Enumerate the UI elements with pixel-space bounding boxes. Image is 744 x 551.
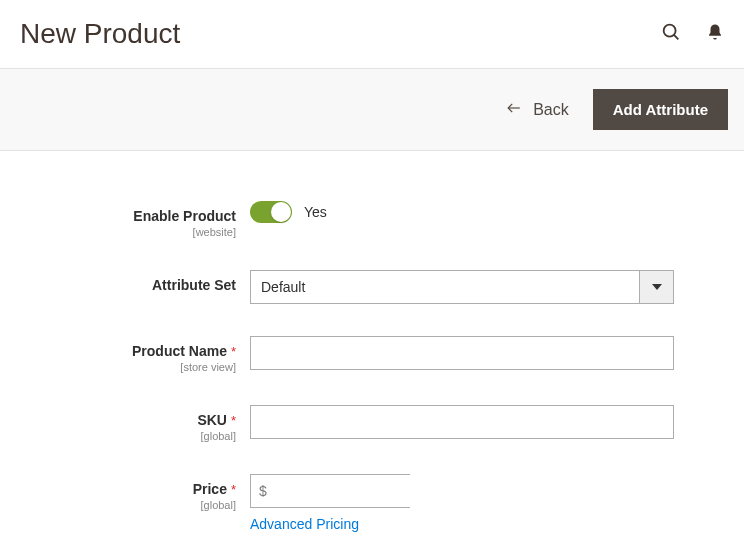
required-icon: * <box>231 344 236 359</box>
toolbar: Back Add Attribute <box>0 68 744 151</box>
notifications-icon[interactable] <box>706 22 724 46</box>
search-icon[interactable] <box>660 21 682 47</box>
required-icon: * <box>231 482 236 497</box>
advanced-pricing-link[interactable]: Advanced Pricing <box>250 516 359 532</box>
price-scope: [global] <box>20 499 236 511</box>
page-title: New Product <box>20 18 180 50</box>
svg-marker-3 <box>652 284 662 290</box>
product-name-label: Product Name <box>132 343 227 359</box>
price-label: Price <box>193 481 227 497</box>
product-name-input[interactable] <box>250 336 674 370</box>
enable-product-value: Yes <box>304 204 327 220</box>
back-label: Back <box>533 101 569 119</box>
chevron-down-icon[interactable] <box>640 270 674 304</box>
sku-scope: [global] <box>20 430 236 442</box>
attribute-set-value: Default <box>250 270 640 304</box>
form: Enable Product [website] Yes Attribute S… <box>0 151 744 551</box>
header-icons <box>660 21 724 47</box>
required-icon: * <box>231 413 236 428</box>
sku-label: SKU <box>197 412 227 428</box>
product-name-scope: [store view] <box>20 361 236 373</box>
sku-input[interactable] <box>250 405 674 439</box>
currency-symbol: $ <box>251 483 275 499</box>
enable-product-toggle[interactable] <box>250 201 292 223</box>
add-attribute-button[interactable]: Add Attribute <box>593 89 728 130</box>
enable-product-label: Enable Product <box>133 208 236 224</box>
arrow-left-icon <box>505 101 523 119</box>
enable-product-scope: [website] <box>20 226 236 238</box>
attribute-set-select[interactable]: Default <box>250 270 674 304</box>
back-button[interactable]: Back <box>505 101 569 119</box>
toggle-knob <box>271 202 291 222</box>
price-input[interactable] <box>275 475 458 507</box>
price-field[interactable]: $ <box>250 474 410 508</box>
svg-line-1 <box>674 35 678 39</box>
svg-point-0 <box>664 25 676 37</box>
attribute-set-label: Attribute Set <box>152 277 236 293</box>
